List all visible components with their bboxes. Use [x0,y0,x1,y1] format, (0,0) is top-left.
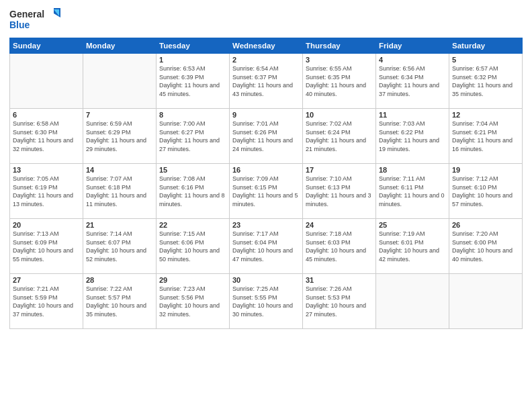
day-number: 1 [159,56,226,64]
day-info: Sunrise: 7:22 AM Sunset: 5:57 PM Dayligh… [86,285,153,318]
day-header-wednesday: Wednesday [230,38,303,54]
day-info: Sunrise: 7:02 AM Sunset: 6:24 PM Dayligh… [306,120,373,153]
day-info: Sunrise: 7:18 AM Sunset: 6:03 PM Dayligh… [306,230,373,263]
svg-text:General: General [9,9,44,19]
day-info: Sunrise: 7:04 AM Sunset: 6:21 PM Dayligh… [452,120,519,153]
day-number: 24 [306,221,373,229]
calendar-cell: 27Sunrise: 7:21 AM Sunset: 5:59 PM Dayli… [10,274,83,329]
day-number: 14 [86,166,153,174]
day-number: 4 [379,56,446,64]
logo: GeneralBlue [9,7,63,34]
calendar-cell: 16Sunrise: 7:09 AM Sunset: 6:15 PM Dayli… [230,164,303,219]
day-number: 3 [306,56,373,64]
calendar-cell: 12Sunrise: 7:04 AM Sunset: 6:21 PM Dayli… [449,109,523,164]
day-number: 19 [452,166,519,174]
day-info: Sunrise: 7:23 AM Sunset: 5:56 PM Dayligh… [159,285,226,318]
day-number: 29 [159,276,226,284]
calendar-cell: 22Sunrise: 7:15 AM Sunset: 6:06 PM Dayli… [157,219,230,274]
day-info: Sunrise: 7:25 AM Sunset: 5:55 PM Dayligh… [232,285,300,318]
svg-text:Blue: Blue [9,19,30,30]
day-number: 16 [232,166,300,174]
calendar-cell: 31Sunrise: 7:26 AM Sunset: 5:53 PM Dayli… [303,274,376,329]
day-number: 25 [379,221,446,229]
day-number: 6 [13,111,80,119]
calendar-week-3: 13Sunrise: 7:05 AM Sunset: 6:19 PM Dayli… [10,164,523,219]
day-info: Sunrise: 7:20 AM Sunset: 6:00 PM Dayligh… [452,230,519,263]
calendar-cell: 15Sunrise: 7:08 AM Sunset: 6:16 PM Dayli… [157,164,230,219]
day-info: Sunrise: 7:13 AM Sunset: 6:09 PM Dayligh… [13,230,80,263]
day-info: Sunrise: 7:03 AM Sunset: 6:22 PM Dayligh… [379,120,446,153]
calendar-week-5: 27Sunrise: 7:21 AM Sunset: 5:59 PM Dayli… [10,274,523,329]
calendar-table: SundayMondayTuesdayWednesdayThursdayFrid… [9,38,523,329]
day-number: 15 [159,166,226,174]
calendar-cell: 9Sunrise: 7:01 AM Sunset: 6:26 PM Daylig… [230,109,303,164]
day-number: 18 [379,166,446,174]
calendar-cell: 26Sunrise: 7:20 AM Sunset: 6:00 PM Dayli… [449,219,523,274]
calendar-cell: 29Sunrise: 7:23 AM Sunset: 5:56 PM Dayli… [157,274,230,329]
calendar-cell: 30Sunrise: 7:25 AM Sunset: 5:55 PM Dayli… [230,274,303,329]
day-number: 23 [232,221,300,229]
calendar-cell: 6Sunrise: 6:58 AM Sunset: 6:30 PM Daylig… [10,109,83,164]
calendar-cell: 3Sunrise: 6:55 AM Sunset: 6:35 PM Daylig… [303,54,376,109]
day-number: 17 [306,166,373,174]
day-info: Sunrise: 7:11 AM Sunset: 6:11 PM Dayligh… [379,175,446,208]
calendar-cell [376,274,449,329]
day-header-saturday: Saturday [449,38,523,54]
day-info: Sunrise: 7:12 AM Sunset: 6:10 PM Dayligh… [452,175,519,208]
day-info: Sunrise: 6:53 AM Sunset: 6:39 PM Dayligh… [159,64,226,98]
day-info: Sunrise: 7:17 AM Sunset: 6:04 PM Dayligh… [232,230,300,263]
calendar-cell: 19Sunrise: 7:12 AM Sunset: 6:10 PM Dayli… [449,164,523,219]
day-number: 27 [13,276,80,284]
day-info: Sunrise: 7:14 AM Sunset: 6:07 PM Dayligh… [86,230,153,263]
day-header-sunday: Sunday [10,38,83,54]
calendar-week-1: 1Sunrise: 6:53 AM Sunset: 6:39 PM Daylig… [10,54,523,109]
calendar-cell: 4Sunrise: 6:56 AM Sunset: 6:34 PM Daylig… [376,54,449,109]
calendar-cell: 10Sunrise: 7:02 AM Sunset: 6:24 PM Dayli… [303,109,376,164]
calendar-week-4: 20Sunrise: 7:13 AM Sunset: 6:09 PM Dayli… [10,219,523,274]
day-number: 31 [306,276,373,284]
calendar-cell: 21Sunrise: 7:14 AM Sunset: 6:07 PM Dayli… [83,219,157,274]
day-info: Sunrise: 7:09 AM Sunset: 6:15 PM Dayligh… [232,175,300,208]
day-number: 8 [159,111,226,119]
calendar-cell [10,54,83,109]
day-number: 28 [86,276,153,284]
day-info: Sunrise: 6:56 AM Sunset: 6:34 PM Dayligh… [379,64,446,98]
day-header-tuesday: Tuesday [157,38,230,54]
day-number: 10 [306,111,373,119]
day-info: Sunrise: 7:21 AM Sunset: 5:59 PM Dayligh… [13,285,80,318]
calendar-cell: 13Sunrise: 7:05 AM Sunset: 6:19 PM Dayli… [10,164,83,219]
calendar-cell [449,274,523,329]
page: GeneralBlue SundayMondayTuesdayWednesday… [0,0,532,411]
day-number: 13 [13,166,80,174]
day-info: Sunrise: 6:55 AM Sunset: 6:35 PM Dayligh… [306,64,373,98]
calendar-cell: 17Sunrise: 7:10 AM Sunset: 6:13 PM Dayli… [303,164,376,219]
calendar-cell: 18Sunrise: 7:11 AM Sunset: 6:11 PM Dayli… [376,164,449,219]
day-info: Sunrise: 7:00 AM Sunset: 6:27 PM Dayligh… [159,120,226,153]
day-info: Sunrise: 6:58 AM Sunset: 6:30 PM Dayligh… [13,120,80,153]
day-info: Sunrise: 7:05 AM Sunset: 6:19 PM Dayligh… [13,175,80,208]
day-number: 9 [232,111,300,119]
day-number: 30 [232,276,300,284]
calendar-cell: 5Sunrise: 6:57 AM Sunset: 6:32 PM Daylig… [449,54,523,109]
header: GeneralBlue [9,7,523,34]
calendar-cell: 24Sunrise: 7:18 AM Sunset: 6:03 PM Dayli… [303,219,376,274]
calendar-cell: 20Sunrise: 7:13 AM Sunset: 6:09 PM Dayli… [10,219,83,274]
day-info: Sunrise: 7:01 AM Sunset: 6:26 PM Dayligh… [232,120,300,153]
day-number: 22 [159,221,226,229]
calendar-cell: 23Sunrise: 7:17 AM Sunset: 6:04 PM Dayli… [230,219,303,274]
calendar-cell: 1Sunrise: 6:53 AM Sunset: 6:39 PM Daylig… [157,54,230,109]
day-number: 26 [452,221,519,229]
calendar-cell: 8Sunrise: 7:00 AM Sunset: 6:27 PM Daylig… [157,109,230,164]
day-info: Sunrise: 6:59 AM Sunset: 6:29 PM Dayligh… [86,120,153,153]
day-number: 5 [452,56,519,64]
calendar-cell: 11Sunrise: 7:03 AM Sunset: 6:22 PM Dayli… [376,109,449,164]
day-header-thursday: Thursday [303,38,376,54]
day-info: Sunrise: 7:08 AM Sunset: 6:16 PM Dayligh… [159,175,226,208]
day-info: Sunrise: 6:54 AM Sunset: 6:37 PM Dayligh… [232,64,300,98]
calendar-cell: 28Sunrise: 7:22 AM Sunset: 5:57 PM Dayli… [83,274,157,329]
day-number: 11 [379,111,446,119]
day-info: Sunrise: 6:57 AM Sunset: 6:32 PM Dayligh… [452,64,519,98]
day-info: Sunrise: 7:15 AM Sunset: 6:06 PM Dayligh… [159,230,226,263]
calendar-cell: 7Sunrise: 6:59 AM Sunset: 6:29 PM Daylig… [83,109,157,164]
day-number: 7 [86,111,153,119]
